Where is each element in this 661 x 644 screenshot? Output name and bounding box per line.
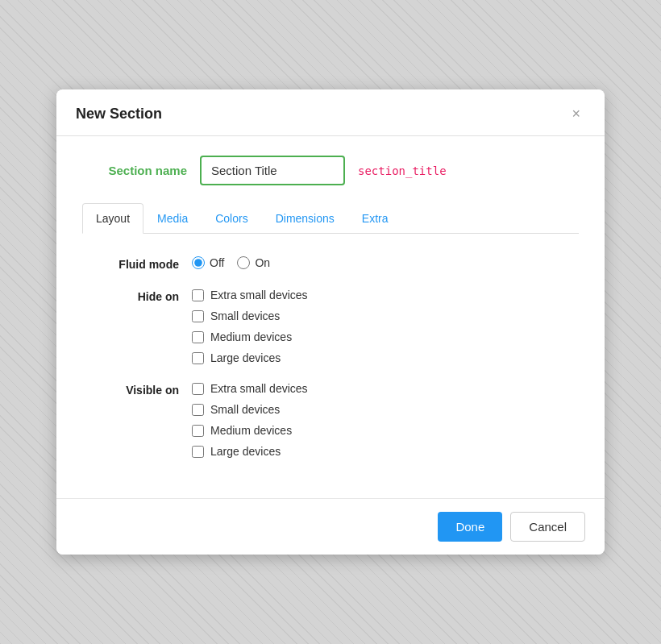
hide-on-large[interactable]: Large devices	[192, 351, 308, 364]
hide-on-options: Extra small devices Small devices Medium…	[192, 289, 308, 364]
tabs-bar: Layout Media Colors Dimensions Extra	[82, 203, 579, 234]
cancel-button[interactable]: Cancel	[510, 512, 585, 542]
fluid-mode-label: Fluid mode	[95, 256, 192, 271]
dialog-title: New Section	[76, 106, 162, 123]
hide-on-row: Hide on Extra small devices Small device…	[95, 289, 566, 364]
visible-on-large[interactable]: Large devices	[192, 445, 308, 458]
hide-on-large-check[interactable]	[192, 352, 204, 364]
visible-on-label: Visible on	[95, 382, 192, 397]
visible-on-medium-label: Medium devices	[210, 424, 292, 437]
hide-on-medium-check[interactable]	[192, 331, 204, 343]
visible-on-small-label: Small devices	[210, 403, 280, 416]
visible-on-medium[interactable]: Medium devices	[192, 424, 308, 437]
visible-on-large-check[interactable]	[192, 446, 204, 458]
tab-layout[interactable]: Layout	[82, 203, 143, 234]
hide-on-medium[interactable]: Medium devices	[192, 330, 308, 343]
tab-media[interactable]: Media	[143, 203, 202, 233]
tab-colors[interactable]: Colors	[202, 203, 261, 233]
visible-on-small-check[interactable]	[192, 404, 204, 416]
tab-dimensions[interactable]: Dimensions	[262, 203, 348, 233]
fluid-mode-row: Fluid mode Off On	[95, 256, 566, 271]
fluid-mode-off-label: Off	[210, 256, 224, 269]
visible-on-extra-small[interactable]: Extra small devices	[192, 382, 308, 395]
visible-on-large-label: Large devices	[210, 445, 281, 458]
visible-on-extra-small-label: Extra small devices	[210, 382, 308, 395]
fluid-mode-on-radio[interactable]	[237, 256, 250, 269]
hide-on-small[interactable]: Small devices	[192, 310, 308, 322]
hide-on-extra-small-check[interactable]	[192, 289, 204, 301]
section-slug: section_title	[358, 164, 447, 177]
fluid-mode-on[interactable]: On	[237, 256, 270, 269]
fluid-mode-options: Off On	[192, 256, 270, 269]
hide-on-extra-small[interactable]: Extra small devices	[192, 289, 308, 301]
new-section-dialog: New Section × Section name section_title…	[56, 89, 605, 555]
dialog-body: Section name section_title Layout Media …	[56, 136, 605, 498]
hide-on-extra-small-label: Extra small devices	[210, 289, 308, 301]
hide-on-small-label: Small devices	[210, 310, 280, 322]
dialog-header: New Section ×	[56, 89, 605, 136]
hide-on-large-label: Large devices	[210, 351, 281, 364]
visible-on-row: Visible on Extra small devices Small dev…	[95, 382, 566, 458]
visible-on-extra-small-check[interactable]	[192, 383, 204, 395]
section-name-input[interactable]	[200, 156, 345, 185]
visible-on-small[interactable]: Small devices	[192, 403, 308, 416]
dialog-footer: Done Cancel	[56, 498, 605, 555]
hide-on-small-check[interactable]	[192, 310, 204, 322]
visible-on-medium-check[interactable]	[192, 425, 204, 437]
close-button[interactable]: ×	[567, 104, 585, 124]
hide-on-medium-label: Medium devices	[210, 330, 292, 343]
visible-on-options: Extra small devices Small devices Medium…	[192, 382, 308, 458]
section-name-label: Section name	[82, 164, 187, 177]
tab-content-layout: Fluid mode Off On Hide on	[82, 234, 579, 498]
hide-on-label: Hide on	[95, 289, 192, 303]
fluid-mode-off[interactable]: Off	[192, 256, 224, 269]
section-name-row: Section name section_title	[82, 156, 579, 185]
tab-extra[interactable]: Extra	[348, 203, 402, 233]
fluid-mode-on-label: On	[255, 256, 270, 269]
fluid-mode-off-radio[interactable]	[192, 256, 205, 269]
done-button[interactable]: Done	[438, 512, 502, 542]
